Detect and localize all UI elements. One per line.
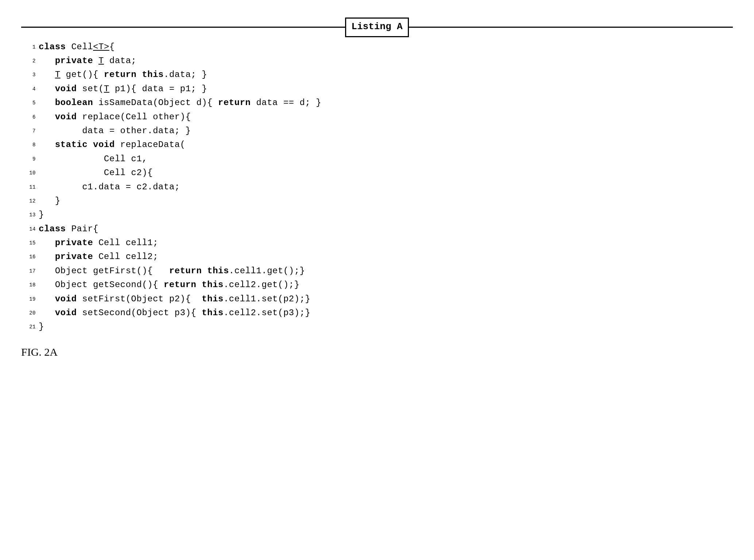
code-line: 5 boolean isSameData(Object d){ return d… bbox=[21, 96, 733, 110]
line-number: 4 bbox=[21, 85, 36, 93]
line-content: class Cell<T>{ bbox=[39, 40, 115, 54]
line-number: 21 bbox=[21, 323, 36, 331]
line-number: 14 bbox=[21, 225, 36, 233]
code-line: 14class Pair{ bbox=[21, 222, 733, 236]
code-line: 1class Cell<T>{ bbox=[21, 40, 733, 54]
code-line: 10 Cell c2){ bbox=[21, 166, 733, 180]
line-content: } bbox=[39, 194, 61, 208]
line-content: Object getSecond(){ return this.cell2.ge… bbox=[39, 278, 299, 292]
line-content: } bbox=[39, 208, 44, 222]
line-number: 9 bbox=[21, 155, 36, 163]
line-number: 12 bbox=[21, 197, 36, 205]
code-line: 12 } bbox=[21, 194, 733, 208]
figure-label: FIG. 2A bbox=[21, 343, 733, 361]
code-line: 4 void set(T p1){ data = p1; } bbox=[21, 82, 733, 96]
line-content: void setFirst(Object p2){ this.cell1.set… bbox=[39, 292, 310, 306]
line-number: 20 bbox=[21, 309, 36, 317]
line-number: 16 bbox=[21, 253, 36, 261]
line-content: void replace(Cell other){ bbox=[39, 110, 191, 124]
code-line: 16 private Cell cell2; bbox=[21, 250, 733, 264]
line-content: } bbox=[39, 320, 44, 334]
line-content: void setSecond(Object p3){ this.cell2.se… bbox=[39, 306, 310, 320]
code-line: 3 T get(){ return this.data; } bbox=[21, 68, 733, 82]
line-content: private T data; bbox=[39, 54, 136, 68]
line-content: void set(T p1){ data = p1; } bbox=[39, 82, 207, 96]
line-number: 2 bbox=[21, 57, 36, 65]
code-line: 17 Object getFirst(){ return this.cell1.… bbox=[21, 264, 733, 278]
code-line: 7 data = other.data; } bbox=[21, 124, 733, 138]
line-content: Object getFirst(){ return this.cell1.get… bbox=[39, 264, 305, 278]
code-line: 19 void setFirst(Object p2){ this.cell1.… bbox=[21, 292, 733, 306]
code-line: 18 Object getSecond(){ return this.cell2… bbox=[21, 278, 733, 292]
line-number: 11 bbox=[21, 183, 36, 191]
line-number: 17 bbox=[21, 267, 36, 275]
code-block: 1class Cell<T>{2 private T data;3 T get(… bbox=[21, 40, 733, 334]
line-content: Cell c1, bbox=[39, 152, 147, 166]
rule-right bbox=[409, 27, 733, 28]
code-line: 6 void replace(Cell other){ bbox=[21, 110, 733, 124]
line-content: data = other.data; } bbox=[39, 124, 191, 138]
code-line: 8 static void replaceData( bbox=[21, 138, 733, 152]
code-line: 21} bbox=[21, 320, 733, 334]
line-number: 13 bbox=[21, 211, 36, 219]
line-content: T get(){ return this.data; } bbox=[39, 68, 207, 82]
line-content: class Pair{ bbox=[39, 222, 98, 236]
listing-wrapper: Listing A 1class Cell<T>{2 private T dat… bbox=[21, 18, 733, 334]
code-line: 13} bbox=[21, 208, 733, 222]
code-line: 2 private T data; bbox=[21, 54, 733, 68]
line-number: 1 bbox=[21, 43, 36, 51]
line-number: 8 bbox=[21, 141, 36, 149]
line-number: 10 bbox=[21, 169, 36, 177]
line-number: 5 bbox=[21, 99, 36, 107]
code-line: 15 private Cell cell1; bbox=[21, 236, 733, 250]
line-content: static void replaceData( bbox=[39, 138, 185, 152]
line-number: 3 bbox=[21, 71, 36, 79]
listing-title: Listing A bbox=[345, 18, 409, 37]
rule-left bbox=[21, 27, 345, 28]
line-number: 18 bbox=[21, 281, 36, 289]
code-line: 11 c1.data = c2.data; bbox=[21, 180, 733, 194]
code-line: 20 void setSecond(Object p3){ this.cell2… bbox=[21, 306, 733, 320]
line-content: private Cell cell1; bbox=[39, 236, 158, 250]
line-number: 19 bbox=[21, 295, 36, 303]
code-line: 9 Cell c1, bbox=[21, 152, 733, 166]
line-content: c1.data = c2.data; bbox=[39, 180, 180, 194]
line-number: 15 bbox=[21, 239, 36, 247]
line-content: private Cell cell2; bbox=[39, 250, 158, 264]
line-content: boolean isSameData(Object d){ return dat… bbox=[39, 96, 321, 110]
line-number: 6 bbox=[21, 113, 36, 121]
title-row: Listing A bbox=[21, 18, 733, 37]
line-content: Cell c2){ bbox=[39, 166, 153, 180]
line-number: 7 bbox=[21, 127, 36, 135]
